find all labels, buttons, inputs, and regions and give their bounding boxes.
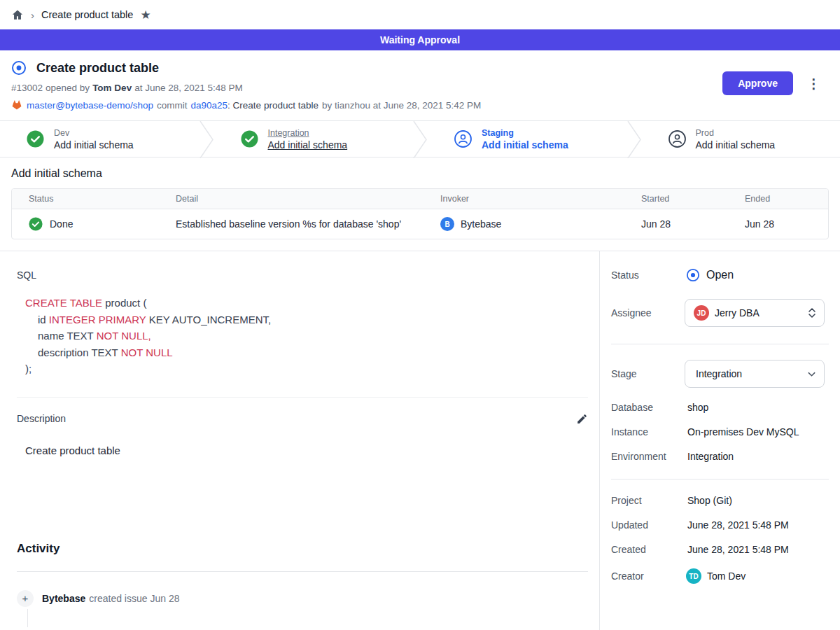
stage-env-label: Integration [268, 128, 348, 138]
task-invoker: Bytebase [461, 218, 501, 230]
activity-title: Activity [17, 542, 588, 556]
stage-prod[interactable]: Prod Add initial schema [642, 121, 840, 157]
bytebase-issue-page: › Create product table ★ Waiting Approva… [0, 0, 840, 630]
issue-author: Tom Dev [92, 83, 132, 93]
approve-button[interactable]: Approve [722, 71, 793, 95]
plus-icon: + [17, 590, 34, 607]
task-detail: Established baseline version %s for data… [176, 218, 440, 230]
gitlab-icon [11, 99, 22, 111]
issue-opened-time: at June 28, 2021 5:48 PM [134, 83, 243, 93]
chevron-down-icon [806, 369, 817, 379]
updated-row: Updated June 28, 2021 5:48 PM [611, 519, 829, 531]
sidebar-divider [611, 344, 829, 344]
instance-value[interactable]: On-premises Dev MySQL [687, 426, 799, 438]
description-text: Create product table [25, 444, 588, 456]
instance-row: Instance On-premises Dev MySQL [611, 426, 829, 438]
created-label: Created [611, 544, 685, 555]
assignee-label: Assignee [611, 307, 685, 318]
task-section-title: Add initial schema [11, 167, 829, 180]
stage-env-label: Prod [696, 128, 776, 138]
divider [17, 571, 588, 572]
issue-open-status-icon [11, 60, 27, 76]
stage-task-label: Add initial schema [482, 139, 568, 150]
favorite-star-icon[interactable]: ★ [140, 9, 150, 21]
stage-separator [626, 121, 642, 158]
database-label: Database [611, 402, 685, 413]
environment-label: Environment [611, 451, 685, 462]
activity-timeline-connector [27, 609, 28, 627]
commit-hash-link[interactable]: da90a25 [191, 100, 228, 111]
database-row: Database shop [611, 402, 829, 413]
task-table-header: Status Detail Invoker Started Ended [12, 189, 828, 209]
sql-line: CREATE TABLE product ( [25, 295, 588, 312]
commit-branch-link[interactable]: master@bytebase-demo/shop [27, 100, 153, 111]
project-label: Project [611, 495, 685, 506]
col-invoker: Invoker [440, 194, 641, 204]
sql-line: description TEXT NOT NULL [25, 344, 588, 361]
issue-header: Create product table #13002 opened by To… [0, 50, 840, 120]
stage-done-check-icon [241, 130, 258, 148]
status-row: Status Open [611, 268, 829, 282]
breadcrumb-chevron-icon: › [31, 9, 34, 21]
updown-chevrons-icon [807, 307, 817, 318]
task-table: Status Detail Invoker Started Ended Done… [11, 188, 829, 239]
sql-code: CREATE TABLE product (id INTEGER PRIMARY… [25, 295, 588, 377]
issue-title-row: Create product table [11, 60, 823, 76]
creator-value: Tom Dev [707, 570, 746, 582]
main-column: SQL CREATE TABLE product (id INTEGER PRI… [0, 251, 600, 630]
stage-separator [412, 121, 428, 158]
breadcrumb: › Create product table ★ [0, 0, 840, 29]
commit-message: : Create product table [227, 100, 318, 111]
stage-dev[interactable]: Dev Add initial schema [0, 121, 199, 157]
done-check-icon [29, 217, 43, 231]
stage-not-started-icon [668, 130, 686, 148]
col-detail: Detail [176, 194, 440, 204]
open-status-icon [686, 268, 700, 282]
kebab-menu-icon[interactable]: ⋮ [804, 76, 823, 92]
issue-opened-label: opened by [46, 83, 90, 93]
status-value: Open [706, 269, 734, 281]
sql-line: name TEXT NOT NULL, [25, 328, 588, 344]
environment-value[interactable]: Integration [687, 451, 734, 462]
stage-separator [199, 121, 214, 158]
assignee-row: Assignee JD Jerry DBA [611, 299, 829, 327]
sidebar: Status Open Assignee JD Jerry DBA Stage [600, 251, 840, 630]
task-status: Done [50, 218, 73, 230]
breadcrumb-page-title: Create product table [41, 9, 133, 20]
status-label: Status [611, 270, 685, 281]
stage-row: Stage Integration [611, 360, 829, 388]
stage-label: Stage [611, 368, 685, 379]
col-started: Started [641, 194, 745, 204]
assignee-value: Jerry DBA [715, 307, 807, 318]
assignee-select[interactable]: JD Jerry DBA [685, 299, 825, 327]
stage-task-label: Add initial schema [54, 139, 134, 150]
project-value[interactable]: Shop (Git) [687, 495, 732, 506]
approval-banner: Waiting Approval [0, 29, 840, 50]
task-started: Jun 28 [641, 218, 745, 230]
creator-label: Creator [611, 570, 685, 582]
task-row[interactable]: Done Established baseline version %s for… [12, 209, 828, 239]
database-value[interactable]: shop [687, 402, 708, 413]
updated-label: Updated [611, 519, 685, 531]
content: SQL CREATE TABLE product (id INTEGER PRI… [0, 251, 840, 630]
commit-row: master@bytebase-demo/shop commit da90a25… [11, 99, 823, 111]
col-status: Status [12, 194, 176, 204]
stage-integration[interactable]: Integration Add initial schema [214, 121, 413, 157]
home-icon[interactable] [11, 8, 24, 21]
approval-banner-text: Waiting Approval [380, 34, 460, 46]
description-header: Description [17, 413, 588, 425]
sidebar-divider [611, 479, 829, 479]
activity-action: created issue Jun 28 [89, 593, 179, 604]
created-value: June 28, 2021 5:48 PM [687, 544, 789, 555]
created-row: Created June 28, 2021 5:48 PM [611, 544, 829, 555]
divider [17, 397, 588, 398]
activity-actor: Bytebase [42, 593, 85, 604]
stage-select[interactable]: Integration [685, 360, 825, 388]
edit-pencil-icon[interactable] [576, 413, 588, 425]
task-section: Add initial schema Status Detail Invoker… [0, 158, 840, 251]
commit-label: commit [157, 100, 188, 111]
tom-avatar: TD [686, 568, 701, 584]
stage-staging[interactable]: Staging Add initial schema [428, 121, 626, 157]
issue-title: Create product table [36, 61, 159, 76]
stage-env-label: Dev [54, 128, 134, 138]
